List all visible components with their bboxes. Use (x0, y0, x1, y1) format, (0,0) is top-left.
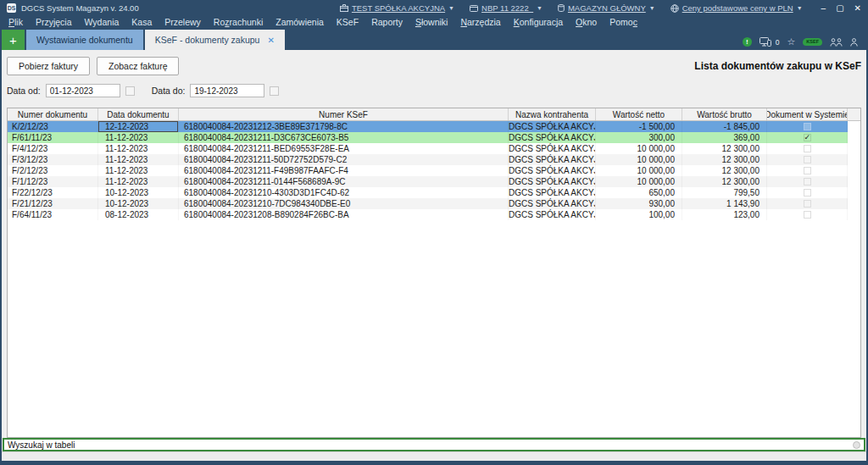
document-in-system-checkbox[interactable] (804, 211, 811, 219)
close-tab-icon[interactable]: ✕ (267, 36, 274, 45)
cell-contractor[interactable]: DGCS SPÓŁKA AKCYJNA (509, 121, 596, 132)
cell-net-value[interactable]: -1 500,00 (596, 121, 682, 132)
menu-item-0[interactable]: Plik (8, 17, 23, 27)
star-icon[interactable]: ☆ (787, 37, 795, 47)
cell-document-number[interactable]: K/2/12/23 (8, 121, 98, 132)
menu-item-1[interactable]: Przyjęcia (36, 17, 72, 27)
table-row[interactable]: F/61/11/2311-12-20236180040084-20231211-… (8, 132, 848, 143)
table-row[interactable]: F/64/11/2308-12-20236180040084-20231208-… (8, 209, 848, 220)
column-header-3[interactable]: Nazwa kontrahenta (509, 108, 596, 120)
cell-document-in-system[interactable] (767, 165, 848, 176)
cell-gross-value[interactable]: 12 300,00 (682, 143, 767, 154)
cell-document-date[interactable]: 11-12-2023 (98, 132, 179, 143)
document-in-system-checkbox[interactable] (804, 189, 811, 197)
cell-net-value[interactable]: 10 000,00 (596, 165, 682, 176)
menu-item-2[interactable]: Wydania (85, 17, 120, 27)
users-icon[interactable] (830, 38, 843, 47)
cell-gross-value[interactable]: 12 300,00 (682, 165, 767, 176)
tab-ksef-dokumenty-zakupu[interactable]: KSeF - dokumenty zakupu ✕ (145, 30, 285, 50)
table-row[interactable]: K/2/12/2312-12-20236180040084-20231212-3… (8, 121, 848, 132)
cell-ksef-number[interactable]: 6180040084-20231210-4303D3D1FC4D-62 (179, 187, 509, 198)
cell-document-in-system[interactable] (767, 154, 848, 165)
cell-document-date[interactable]: 11-12-2023 (98, 143, 179, 154)
close-button[interactable]: ✕ (854, 4, 861, 13)
document-in-system-checkbox[interactable]: ✓ (804, 134, 811, 141)
table-row[interactable]: F/3/12/2311-12-20236180040084-20231211-5… (8, 154, 848, 165)
menu-item-6[interactable]: Zamówienia (275, 17, 324, 27)
cell-net-value[interactable]: 10 000,00 (596, 143, 682, 154)
ksef-cloud-icon[interactable]: KSEF (803, 38, 822, 46)
document-in-system-checkbox[interactable] (804, 145, 811, 152)
cell-ksef-number[interactable]: 6180040084-20231211-50D72752D579-C2 (179, 154, 509, 165)
table-row[interactable]: F/22/12/2310-12-20236180040084-20231210-… (8, 187, 848, 198)
cell-gross-value[interactable]: 12 300,00 (682, 176, 767, 187)
cell-ksef-number[interactable]: 6180040084-20231211-D3C673CE6073-B5 (179, 132, 509, 143)
table-row[interactable]: F/21/12/2310-12-20236180040084-20231210-… (8, 198, 848, 209)
cell-net-value[interactable]: 300,00 (596, 132, 682, 143)
column-header-0[interactable]: Numer dokumentu (8, 108, 98, 120)
company-selector[interactable]: TEST SPÓŁKA AKCYJNA ▼ (340, 3, 454, 13)
cell-document-date[interactable]: 11-12-2023 (98, 165, 179, 176)
cell-gross-value[interactable]: 1 143,90 (682, 198, 767, 209)
tab-wystawianie-dokumentu[interactable]: Wystawianie dokumentu (26, 30, 143, 50)
devices-icon[interactable] (760, 37, 771, 47)
cell-ksef-number[interactable]: 6180040084-20231211-F49B987FAAFC-F4 (179, 165, 509, 176)
menu-item-7[interactable]: KSeF (337, 17, 359, 27)
menu-item-3[interactable]: Kasa (131, 17, 152, 27)
cell-net-value[interactable]: 930,00 (596, 198, 682, 209)
maximize-button[interactable]: ▢ (836, 4, 843, 13)
user-icon[interactable] (850, 38, 858, 47)
cell-net-value[interactable]: 650,00 (596, 187, 682, 198)
cell-document-number[interactable]: F/4/12/23 (8, 143, 98, 154)
cell-document-number[interactable]: F/64/11/23 (8, 209, 98, 220)
cell-document-number[interactable]: F/1/12/23 (8, 176, 98, 187)
cell-document-date[interactable]: 10-12-2023 (98, 187, 179, 198)
cell-ksef-number[interactable]: 6180040084-20231211-0144F568689A-9C (179, 176, 509, 187)
menu-item-4[interactable]: Przelewy (164, 17, 201, 27)
cell-gross-value[interactable]: 369,00 (682, 132, 767, 143)
add-tab-button[interactable]: + (2, 30, 25, 50)
document-in-system-checkbox[interactable] (804, 178, 811, 185)
cell-document-date[interactable]: 11-12-2023 (98, 154, 179, 165)
document-in-system-checkbox[interactable] (804, 123, 811, 130)
cell-document-number[interactable]: F/61/11/23 (8, 132, 98, 143)
date-from-picker-checkbox[interactable] (125, 86, 135, 96)
cell-document-number[interactable]: F/22/12/23 (8, 187, 98, 198)
cell-document-number[interactable]: F/2/12/23 (8, 165, 98, 176)
notification-icon[interactable]: ! (743, 37, 752, 47)
cell-contractor[interactable]: DGCS SPÓŁKA AKCYJNA (509, 165, 596, 176)
date-to-picker-checkbox[interactable] (270, 86, 279, 96)
cell-document-in-system[interactable] (767, 209, 848, 220)
table-search-input[interactable] (3, 438, 865, 451)
cell-ksef-number[interactable]: 6180040084-20231208-B890284F26BC-BA (179, 209, 509, 220)
column-header-5[interactable]: Wartość brutto (682, 108, 767, 120)
cell-contractor[interactable]: DGCS SPÓŁKA AKCYJNA (509, 143, 596, 154)
cell-contractor[interactable]: DGCS SPÓŁKA AKCYJNA (509, 132, 596, 143)
date-to-input[interactable] (190, 84, 264, 97)
cell-gross-value[interactable]: 123,00 (682, 209, 767, 220)
column-header-2[interactable]: Numer KSeF (179, 108, 509, 120)
cell-document-date[interactable]: 11-12-2023 (98, 176, 179, 187)
search-options-icon[interactable] (853, 441, 860, 449)
table-row[interactable]: F/1/12/2311-12-20236180040084-20231211-0… (8, 176, 848, 187)
menu-item-12[interactable]: Okno (576, 17, 597, 27)
cell-document-date[interactable]: 08-12-2023 (98, 209, 179, 220)
cell-document-number[interactable]: F/3/12/23 (8, 154, 98, 165)
warehouse-selector[interactable]: MAGAZYN GŁÓWNY ▼ (558, 3, 655, 13)
cell-net-value[interactable]: 10 000,00 (596, 176, 682, 187)
cell-document-date[interactable]: 10-12-2023 (98, 198, 179, 209)
cell-net-value[interactable]: 100,00 (596, 209, 682, 220)
minimize-button[interactable]: – (821, 4, 826, 13)
cell-document-in-system[interactable] (767, 143, 848, 154)
document-in-system-checkbox[interactable] (804, 156, 811, 163)
cell-net-value[interactable]: 10 000,00 (596, 154, 682, 165)
date-from-input[interactable] (46, 84, 120, 97)
bank-account-selector[interactable]: NBP 11 2222_ ▼ (470, 3, 542, 13)
menu-item-5[interactable]: Rozrachunki (214, 17, 263, 27)
table-row[interactable]: F/2/12/2311-12-20236180040084-20231211-F… (8, 165, 848, 176)
cell-gross-value[interactable]: -1 845,00 (682, 121, 767, 132)
cell-document-number[interactable]: F/21/12/23 (8, 198, 98, 209)
menu-item-9[interactable]: Słowniki (415, 17, 448, 27)
cell-document-date[interactable]: 12-12-2023 (98, 121, 179, 132)
cell-document-in-system[interactable] (767, 176, 848, 187)
